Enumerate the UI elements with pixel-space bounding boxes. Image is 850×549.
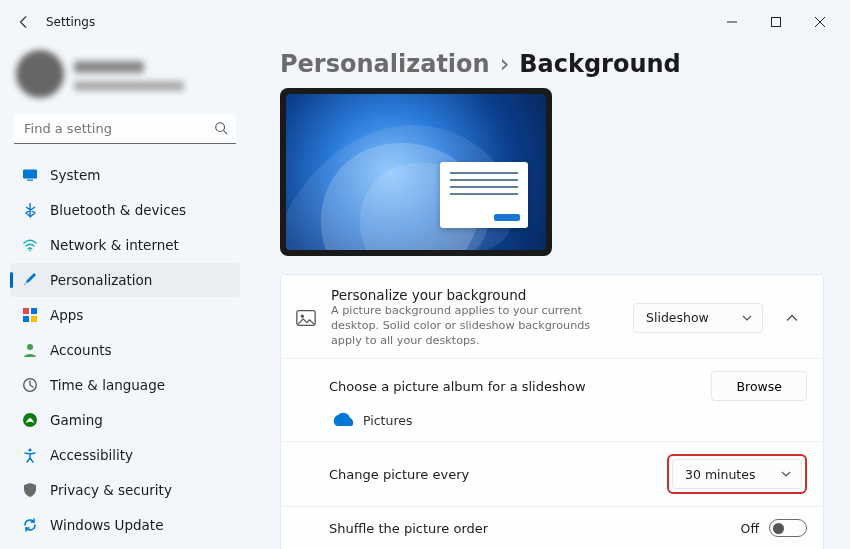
- update-icon: [22, 517, 38, 533]
- breadcrumb-parent[interactable]: Personalization: [280, 50, 490, 78]
- sidebar-item-apps[interactable]: Apps: [10, 298, 240, 332]
- svg-rect-5: [27, 180, 33, 181]
- sidebar-item-accounts[interactable]: Accounts: [10, 333, 240, 367]
- sidebar-item-time[interactable]: Time & language: [10, 368, 240, 402]
- sidebar-item-bluetooth[interactable]: Bluetooth & devices: [10, 193, 240, 227]
- onedrive-icon: [329, 411, 355, 429]
- search-input[interactable]: [14, 114, 236, 144]
- accessibility-icon: [22, 447, 38, 463]
- sidebar-item-label: Apps: [50, 307, 83, 323]
- chevron-right-icon: ›: [500, 50, 510, 78]
- back-button[interactable]: [8, 6, 40, 38]
- card-title: Personalize your background: [331, 287, 619, 303]
- user-profile[interactable]: [10, 48, 240, 110]
- browse-button[interactable]: Browse: [711, 371, 807, 401]
- background-card: Personalize your background A picture ba…: [280, 274, 824, 549]
- svg-point-11: [27, 344, 33, 350]
- sidebar-item-label: Bluetooth & devices: [50, 202, 186, 218]
- search-box[interactable]: [14, 114, 236, 144]
- desktop-preview: [280, 88, 552, 256]
- interval-row: Change picture every 30 minutes: [281, 441, 823, 506]
- svg-rect-4: [23, 170, 37, 179]
- bluetooth-icon: [22, 202, 38, 218]
- sidebar: System Bluetooth & devices Network & int…: [0, 44, 250, 549]
- svg-line-3: [224, 131, 228, 135]
- svg-point-16: [301, 314, 304, 317]
- user-name: [74, 61, 144, 73]
- album-source-label: Pictures: [363, 413, 413, 428]
- sidebar-item-windows-update[interactable]: Windows Update: [10, 508, 240, 542]
- person-icon: [22, 342, 38, 358]
- nav-list: System Bluetooth & devices Network & int…: [10, 158, 240, 542]
- wifi-icon: [22, 237, 38, 253]
- album-row: Choose a picture album for a slideshow B…: [281, 358, 823, 407]
- svg-point-2: [216, 123, 225, 132]
- expand-toggle[interactable]: [777, 303, 807, 333]
- dropdown-value: Slideshow: [646, 310, 709, 325]
- shuffle-state: Off: [741, 521, 759, 536]
- svg-rect-7: [23, 308, 29, 314]
- paintbrush-icon: [22, 272, 38, 288]
- chevron-down-icon: [742, 313, 752, 323]
- search-icon: [214, 121, 228, 135]
- highlight-annotation: 30 minutes: [667, 454, 807, 494]
- album-source: Pictures: [281, 407, 823, 441]
- album-label: Choose a picture album for a slideshow: [329, 379, 711, 394]
- chevron-down-icon: [781, 469, 791, 479]
- sidebar-item-label: Accessibility: [50, 447, 133, 463]
- sidebar-item-label: Accounts: [50, 342, 112, 358]
- background-mode-dropdown[interactable]: Slideshow: [633, 303, 763, 333]
- gaming-icon: [22, 412, 38, 428]
- interval-label: Change picture every: [329, 467, 667, 482]
- breadcrumb-current: Background: [519, 50, 681, 78]
- sidebar-item-label: Windows Update: [50, 517, 163, 533]
- main-content: Personalization › Background: [250, 44, 850, 549]
- sidebar-item-label: System: [50, 167, 100, 183]
- window-title: Settings: [46, 15, 95, 29]
- close-button[interactable]: [798, 7, 842, 37]
- avatar: [16, 50, 64, 98]
- interval-dropdown[interactable]: 30 minutes: [672, 459, 802, 489]
- user-email: [74, 81, 184, 91]
- svg-point-14: [28, 448, 31, 451]
- minimize-button[interactable]: [710, 7, 754, 37]
- svg-rect-10: [31, 316, 37, 322]
- sidebar-item-privacy[interactable]: Privacy & security: [10, 473, 240, 507]
- chevron-up-icon: [786, 312, 798, 324]
- sidebar-item-personalization[interactable]: Personalization: [10, 263, 240, 297]
- titlebar: Settings: [0, 0, 850, 44]
- sidebar-item-label: Time & language: [50, 377, 165, 393]
- sidebar-item-label: Gaming: [50, 412, 103, 428]
- maximize-button[interactable]: [754, 7, 798, 37]
- preview-dialog-icon: [440, 162, 528, 228]
- shield-icon: [22, 482, 38, 498]
- picture-icon: [295, 307, 317, 329]
- sidebar-item-label: Network & internet: [50, 237, 179, 253]
- shuffle-label: Shuffle the picture order: [329, 521, 741, 536]
- sidebar-item-label: Privacy & security: [50, 482, 172, 498]
- svg-rect-8: [31, 308, 37, 314]
- breadcrumb: Personalization › Background: [280, 50, 824, 78]
- dropdown-value: 30 minutes: [685, 467, 755, 482]
- svg-rect-9: [23, 316, 29, 322]
- sidebar-item-network[interactable]: Network & internet: [10, 228, 240, 262]
- card-subtitle: A picture background applies to your cur…: [331, 303, 619, 348]
- shuffle-toggle[interactable]: [769, 519, 807, 537]
- sidebar-item-label: Personalization: [50, 272, 152, 288]
- svg-rect-1: [772, 18, 781, 27]
- sidebar-item-system[interactable]: System: [10, 158, 240, 192]
- system-icon: [22, 167, 38, 183]
- svg-point-6: [29, 249, 31, 251]
- shuffle-row: Shuffle the picture order Off: [281, 506, 823, 549]
- sidebar-item-accessibility[interactable]: Accessibility: [10, 438, 240, 472]
- clock-icon: [22, 377, 38, 393]
- sidebar-item-gaming[interactable]: Gaming: [10, 403, 240, 437]
- apps-icon: [22, 307, 38, 323]
